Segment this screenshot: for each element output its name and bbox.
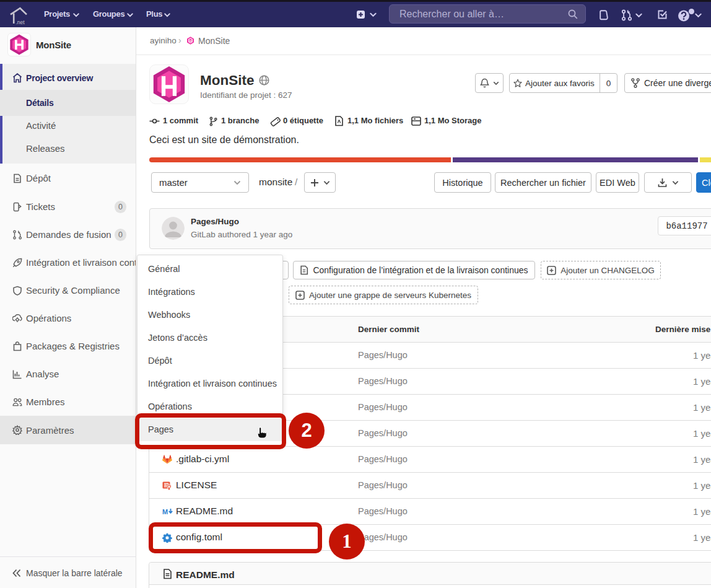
svg-text:H: H xyxy=(189,39,191,43)
svg-text:M: M xyxy=(162,508,168,516)
svg-text:.net: .net xyxy=(16,19,25,25)
